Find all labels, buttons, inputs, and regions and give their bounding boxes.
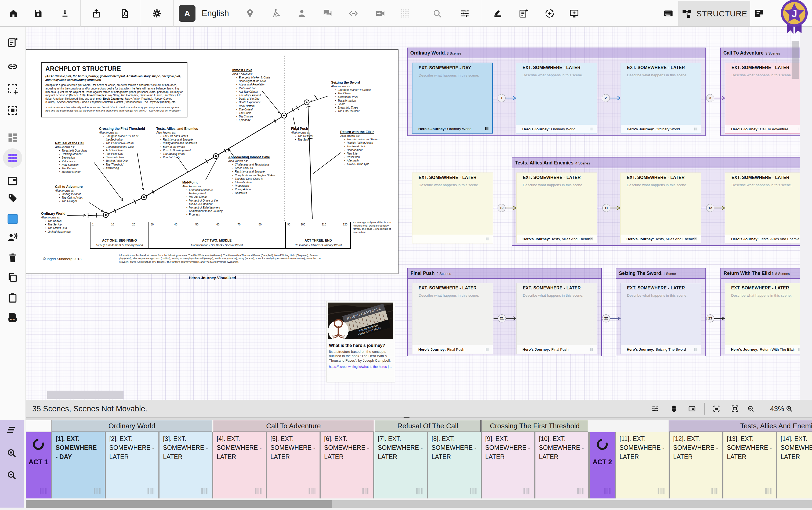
tag-icon[interactable] [6,192,19,204]
chat-bubbles-icon[interactable] [322,7,333,19]
timeline-beat-header[interactable]: Refusal Of The Call [375,420,481,432]
scene-description-placeholder[interactable]: Describe what happens in this scene. [523,183,594,187]
link-preview-card[interactable]: JOSEPH CAMPBELL THE HERO WITH A THOUSAND… [326,301,395,382]
timeline-scene-cell[interactable]: [4]. EXT. SOMEWHERE - LATER [213,432,266,499]
note-add-icon[interactable] [6,36,19,49]
person-icon[interactable] [296,7,308,19]
scene-card[interactable]: EXT. SOMEWHERE - LATERDescribe what happ… [516,63,597,134]
scene-card[interactable]: EXT. SOMEWHERE - LATERDescribe what happ… [725,283,800,354]
language-chip[interactable]: A [179,5,196,22]
scene-card[interactable]: EXT. SOMEWHERE - LATERDescribe what happ… [620,172,701,244]
structure-button[interactable]: STRUCTURE [678,1,750,26]
zoom-in-icon[interactable] [6,447,17,459]
timeline-beat-header[interactable]: Tests, Allies And Enemies [669,420,812,432]
grid-view-icon[interactable] [6,152,19,164]
scene-card[interactable]: EXT. SOMEWHERE - LATERDescribe what happ… [621,283,701,354]
timeline-act-cell[interactable]: ACT 1 [26,432,51,499]
insert-scene-icon[interactable] [492,7,504,19]
connector-number[interactable]: 21 [498,314,506,322]
user-avatar[interactable]: J [777,0,811,36]
timeline-beat-header[interactable]: Ordinary World [52,420,212,432]
add-circle-icon[interactable] [544,7,555,19]
dot-grid-icon[interactable] [399,7,411,19]
dashboard-grid-icon[interactable] [6,132,19,144]
scene-card[interactable]: EXT. SOMEWHERE - LATERDescribe what happ… [516,172,597,244]
tune-icon[interactable] [651,405,659,413]
timeline-scene-cell[interactable]: [3]. EXT. SOMEWHERE - LATER [159,432,212,499]
mouse-icon[interactable] [670,405,678,413]
scene-description-placeholder[interactable]: Describe what happens in this scene. [731,183,800,187]
link-card-url[interactable]: https://screenwriting.io/what-is-the-her… [329,365,392,369]
select-all-icon[interactable] [6,104,19,117]
scene-description-placeholder[interactable]: Describe what happens in this scene. [627,293,698,298]
timeline-scene-cell[interactable]: [10]. EXT. SOMEWHERE - LATER [535,432,588,499]
timeline-act-cell[interactable]: ACT 2 [590,432,615,499]
fit-screen-icon[interactable] [731,405,739,413]
download-icon[interactable] [59,7,71,19]
select-area-add-icon[interactable] [6,83,19,95]
timeline-scene-cell[interactable]: [8]. EXT. SOMEWHERE - LATER [428,432,481,499]
scene-description-placeholder[interactable]: Describe what happens in this scene. [419,73,489,77]
color-swatch-icon[interactable] [6,213,19,225]
note-add-icon[interactable] [518,7,530,19]
timeline-scene-cell[interactable]: [9]. EXT. SOMEWHERE - LATER [482,432,534,499]
timeline-scene-cell[interactable]: [6]. EXT. SOMEWHERE - LATER [321,432,373,499]
pip-icon[interactable] [688,405,696,413]
scene-description-placeholder[interactable]: Describe what happens in this scene. [419,293,490,298]
connector-number[interactable]: 12 [706,204,714,212]
timeline-scene-cell[interactable]: [14]. EXT. SOMEWHERE - LATER [777,432,812,499]
link-icon[interactable] [6,60,19,73]
beat-group-header[interactable]: Return With The Ellxir: 8 Scenes [721,268,800,279]
connector-number[interactable]: 10 [498,204,506,212]
connector-number[interactable]: 23 [706,314,714,322]
clipboard-icon[interactable] [6,291,19,304]
beat-group-header[interactable]: Seizing The Sword: 1 Scene [616,268,705,279]
archplot-figure[interactable]: ARCHPLOT STRUCTURE(AKA: Classic plot, th… [26,50,398,274]
connector-number[interactable]: 3 [706,94,714,102]
panel-resize-handle[interactable] [403,417,410,418]
scene-card[interactable]: EXT. SOMEWHERE - LATERDescribe what happ… [725,63,800,134]
scene-description-placeholder[interactable]: Describe what happens in this scene. [627,73,698,77]
scene-card[interactable]: EXT. SOMEWHERE - LATERDescribe what happ… [725,172,800,244]
sort-lines-icon[interactable] [6,424,17,435]
timeline-scene-cell[interactable]: [11]. EXT. SOMEWHERE - LATER [616,432,669,499]
zoom-in-icon[interactable] [785,405,793,413]
connector-number[interactable]: 1 [498,94,506,102]
tune-icon[interactable] [459,7,471,19]
pdf-document-icon[interactable] [119,7,131,19]
beat-group-header[interactable]: Ordinary World: 3 Scenes [408,48,705,58]
video-camera-icon[interactable] [374,7,386,19]
share-icon[interactable] [90,7,102,19]
window-icon[interactable] [6,175,19,187]
keyboard-icon[interactable] [662,7,674,19]
scene-description-placeholder[interactable]: Describe what happens in this scene. [523,293,594,298]
timeline-scene-cell[interactable]: [12]. EXT. SOMEWHERE - LATER [670,432,722,499]
scene-description-placeholder[interactable]: Describe what happens in this scene. [731,293,800,298]
connector-number[interactable]: 11 [602,204,610,212]
code-dots-icon[interactable] [348,7,359,19]
timeline-scene-cell[interactable]: [7]. EXT. SOMEWHERE - LATER [374,432,427,499]
beat-group-header[interactable]: Final Push: 2 Scenes [408,268,601,279]
scene-description-placeholder[interactable]: Describe what happens in this scene. [627,183,698,187]
connector-number[interactable]: 22 [602,314,610,322]
copy-icon[interactable] [6,272,19,284]
zoom-out-icon[interactable] [747,405,755,413]
scene-description-placeholder[interactable]: Describe what happens in this scene. [522,73,594,77]
timeline-scrollbar[interactable] [26,500,812,508]
person-voice-icon[interactable] [6,231,19,244]
scene-card-selected[interactable]: EXT. SOMEWHERE - DAYDescribe what happen… [412,63,493,134]
timeline-scene-cell[interactable]: [5]. EXT. SOMEWHERE - LATER [267,432,320,499]
beat-group-header[interactable]: Call To Adventure: 3 Scenes [721,48,800,58]
timeline-scene-cell[interactable]: [13]. EXT. SOMEWHERE - LATER [723,432,776,499]
zoom-out-icon[interactable] [6,470,17,481]
trash-icon[interactable] [6,252,19,264]
home-icon[interactable] [7,7,19,19]
timeline-beat-header[interactable]: Crossing The First Threshold [481,420,588,432]
settings-gear-icon[interactable] [151,7,163,19]
timeline-scrollbar-thumb[interactable] [26,500,332,508]
walk-transfer-icon[interactable] [270,7,281,19]
location-pin-icon[interactable] [244,7,256,19]
save-icon[interactable] [32,7,44,19]
canvas-horizontal-scrollbar-thumb[interactable] [47,391,123,399]
scene-description-placeholder[interactable]: Describe what happens in this scene. [419,183,490,187]
